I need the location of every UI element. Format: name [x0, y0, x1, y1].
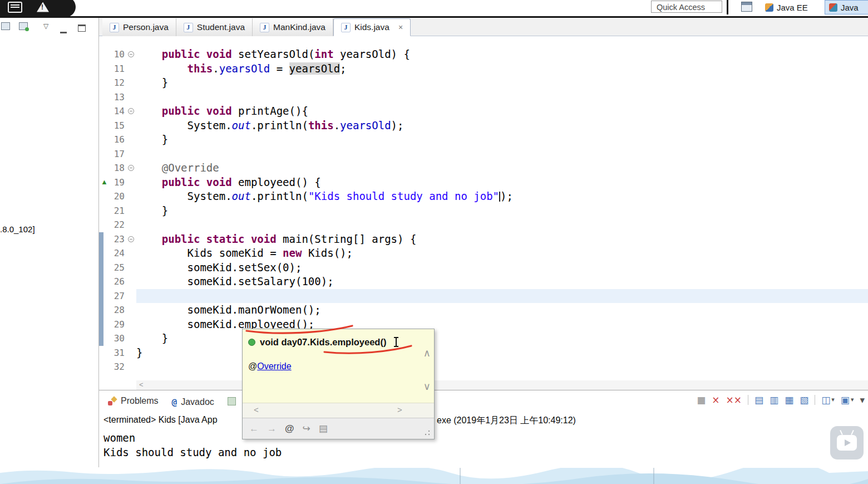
console-tab-problems[interactable]: Problems [101, 392, 165, 410]
view-menu-chevron-icon[interactable]: ▽ [43, 22, 48, 30]
code-line-24: 24 Kids someKid = new Kids(); [99, 246, 868, 261]
perspective-java-ee-button[interactable]: Java EE [761, 0, 812, 14]
console-tab-declaration[interactable] [221, 392, 243, 410]
word-wrap-icon[interactable]: ▦ [785, 394, 793, 405]
console-output-line: Kids should study and no job [103, 445, 282, 459]
code-text[interactable]: public void printAge(){ [136, 104, 308, 119]
scroll-left-icon[interactable]: < [139, 380, 144, 389]
video-wave-band [0, 468, 868, 484]
maximize-view-icon[interactable] [78, 24, 86, 34]
scroll-left-icon[interactable]: < [254, 405, 259, 414]
clear-console-icon[interactable]: ▤ [754, 394, 763, 405]
link-with-editor-icon[interactable] [19, 22, 28, 32]
code-line-12: 12 } [99, 76, 868, 90]
quick-access-box[interactable]: Quick Access [651, 1, 722, 13]
code-text[interactable]: } [136, 133, 168, 147]
show-javadoc-icon[interactable]: @ [285, 423, 294, 434]
javadoc-hover-popup: void day07.Kids.employeed() @Override ∧ … [242, 329, 435, 439]
fold-collapse-icon[interactable] [128, 236, 134, 242]
video-player-watermark[interactable] [830, 426, 864, 459]
code-line-16: 16 } [99, 133, 868, 147]
open-in-view-icon[interactable]: ▤ [319, 423, 328, 434]
display-console-icon[interactable]: ◫▾ [821, 394, 835, 405]
remove-all-launches-icon[interactable]: ×× [726, 394, 742, 405]
terminate-icon[interactable]: ■ [697, 394, 706, 405]
code-text[interactable]: someKid.setSex(0); [136, 261, 302, 275]
close-tab-icon[interactable]: × [398, 23, 403, 32]
editor-tab-mankind-java[interactable]: JManKind.java [253, 18, 333, 36]
fold-collapse-icon[interactable] [128, 108, 134, 114]
open-declaration-icon[interactable]: ↪ [303, 423, 310, 434]
code-text[interactable]: someKid.manOrWomen(); [136, 303, 321, 317]
open-perspective-icon[interactable] [741, 2, 752, 12]
line-number: 20 [99, 191, 125, 202]
view-menu-icon[interactable]: ▾ [860, 394, 865, 405]
code-text[interactable]: } [136, 76, 168, 90]
code-text[interactable]: someKid.setSalary(100); [136, 275, 334, 289]
editor-tab-kids-java[interactable]: JKids.java× [333, 18, 411, 36]
code-text[interactable]: public void employeed() { [136, 175, 321, 190]
editor-tab-person-java[interactable]: JPerson.java [102, 18, 176, 36]
popup-horizontal-scrollbar[interactable]: < > [243, 403, 434, 418]
toolbar-separator [748, 395, 748, 405]
editor-area[interactable]: JPerson.javaJStudent.javaJManKind.javaJK… [99, 18, 868, 390]
scroll-right-icon[interactable]: > [397, 405, 402, 414]
code-text[interactable]: } [136, 331, 168, 346]
code-text[interactable]: Kids someKid = new Kids(); [136, 246, 353, 261]
perspective-java-button[interactable]: Java [825, 0, 868, 14]
code-line-22: 22 [99, 218, 868, 232]
open-console-icon[interactable]: ▣▾ [841, 394, 854, 405]
line-number: 21 [99, 206, 125, 216]
scroll-up-icon[interactable]: ∧ [423, 347, 431, 359]
signature-emphasis: Kids.employeed [310, 337, 381, 347]
recorder-warning-icon[interactable] [37, 2, 49, 12]
code-text[interactable]: this.yearsOld = yearsOld; [136, 62, 347, 76]
popup-content: void day07.Kids.employeed() @Override ∧ … [243, 329, 434, 403]
line-number: 22 [99, 219, 125, 230]
line-number: 30 [99, 333, 125, 344]
code-area[interactable]: 10 public void setYearsOld(int yearsOld)… [99, 36, 868, 390]
override-annotation: @Override [248, 361, 292, 371]
scroll-down-icon[interactable]: ∨ [423, 380, 431, 393]
fold-collapse-icon[interactable] [128, 165, 134, 171]
back-icon[interactable]: ← [249, 423, 259, 434]
code-line-32: 32 [99, 360, 868, 374]
minimize-view-icon[interactable] [60, 26, 67, 36]
forward-icon[interactable]: → [267, 423, 277, 434]
code-text[interactable]: System.out.println("Kids should study an… [136, 189, 513, 204]
recorder-display-icon[interactable] [8, 2, 22, 13]
jre-library-label-fragment: .8.0_102] [0, 224, 35, 234]
console-toolbar: ■×××▤▥▦▧◫▾▣▾▾ [697, 394, 865, 405]
remove-launch-icon[interactable]: × [712, 394, 719, 405]
code-text[interactable]: public void setYearsOld(int yearsOld) { [136, 47, 410, 62]
code-lines: 10 public void setYearsOld(int yearsOld)… [99, 47, 868, 374]
public-method-icon [248, 339, 255, 346]
code-text[interactable]: } [136, 346, 142, 360]
line-number: 29 [99, 319, 125, 330]
code-text[interactable]: @Override [136, 161, 219, 175]
code-text[interactable]: } [136, 204, 168, 218]
code-line-25: 25 someKid.setSex(0); [99, 261, 868, 275]
line-number: 14 [99, 106, 125, 116]
code-text[interactable]: System.out.println(this.yearsOld); [136, 119, 404, 133]
toolbar-separator [727, 0, 728, 14]
editor-tab-student-java[interactable]: JStudent.java [176, 18, 253, 36]
line-number: 25 [99, 262, 125, 273]
java-ee-perspective-icon [765, 3, 773, 12]
code-line-13: 13 [99, 90, 868, 105]
fold-collapse-icon[interactable] [128, 51, 134, 57]
line-number: 11 [99, 63, 125, 74]
collapse-all-icon[interactable] [1, 22, 10, 32]
tv-icon [837, 435, 857, 451]
popup-footer-toolbar: ←→@↪▤ [243, 418, 434, 439]
resize-grip[interactable] [424, 429, 431, 436]
scroll-lock-icon[interactable]: ▥ [770, 394, 778, 405]
code-text[interactable]: public static void main(String[] args) { [136, 232, 416, 247]
explorer-toolbar: ▽ [0, 21, 99, 35]
line-number: 18 [99, 163, 125, 173]
override-link[interactable]: Override [257, 361, 291, 371]
pin-console-icon[interactable]: ▧ [800, 394, 808, 405]
console-title-left: <terminated> Kids [Java App [103, 415, 218, 425]
console-tab-javadoc[interactable]: @Javadoc [165, 393, 221, 412]
java-file-icon: J [184, 23, 193, 32]
